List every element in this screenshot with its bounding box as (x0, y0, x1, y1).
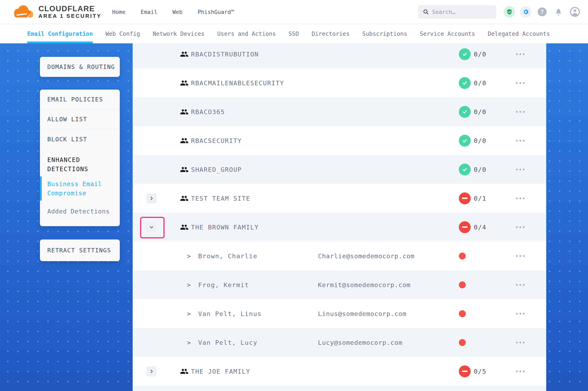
member-count: 0/0 (474, 79, 486, 87)
brand-text: CLOUDFLARE' AREA 1 SECURITY (38, 4, 102, 19)
top-nav-item-home[interactable]: Home (112, 9, 126, 15)
group-name: RBACDISTRUBUTION (191, 51, 259, 58)
expand-button-the-joe-family[interactable] (147, 366, 157, 377)
tab-network-devices[interactable]: Network Devices (153, 24, 205, 43)
user-chevron-icon[interactable]: > (187, 339, 191, 346)
table-row-shared-group: SHARED_GROUP0/0 (133, 155, 546, 184)
status-alert-dot (459, 339, 466, 346)
group-name: SHARED_GROUP (191, 166, 242, 173)
member-count: 0/1 (474, 195, 486, 202)
collapse-button-the-brown-family[interactable] (147, 222, 157, 232)
tab-web-config[interactable]: Web Config (105, 24, 140, 43)
settings-gear-icon[interactable] (520, 6, 532, 18)
group-name: RBACO365 (191, 108, 225, 115)
brand-subtitle: AREA 1 SECURITY (38, 13, 102, 19)
sidebar-item-added-detections[interactable]: Added Detections (40, 202, 120, 220)
row-actions-menu-button[interactable] (516, 342, 525, 343)
row-actions-menu-button[interactable] (516, 313, 525, 314)
row-actions-menu-button[interactable] (516, 370, 525, 372)
notifications-bell-icon[interactable] (553, 6, 564, 18)
row-actions-menu-button[interactable] (516, 111, 525, 113)
user-email: Charlie@somedemocorp.com (318, 252, 415, 260)
user-chevron-icon[interactable]: > (187, 252, 191, 260)
svg-text:?: ? (541, 8, 544, 15)
status-blocked-badge (459, 221, 471, 233)
table-row-rbacmailenablesecurity: RBACMAILENABLESECURITY0/0 (133, 69, 546, 97)
row-actions-menu-button[interactable] (516, 82, 525, 84)
sidebar-item-allow-list[interactable]: ALLOW LIST (40, 109, 120, 129)
expand-button-test-team-site[interactable] (147, 193, 157, 203)
group-icon (180, 223, 189, 231)
tab-delegated-accounts[interactable]: Delegated Accounts (488, 24, 550, 43)
table-row-the-brown-family: THE BROWN FAMILY0/4 (133, 213, 546, 242)
account-avatar-icon[interactable] (569, 6, 581, 18)
domains-routing-label: DOMAINS & ROUTING (47, 63, 115, 70)
tab-email-configuration[interactable]: Email Configuration (27, 24, 93, 43)
group-name: TEST TEAM SITE (191, 195, 250, 202)
top-nav-item-phishguard[interactable]: PhishGuard™ (198, 9, 234, 15)
main-area: DOMAINS & ROUTING EMAIL POLICIESALLOW LI… (0, 43, 588, 391)
row-actions-menu-button[interactable] (516, 53, 525, 55)
table-row-test-team-site: TEST TEAM SITE0/1 (133, 184, 546, 213)
security-status-icon[interactable] (504, 6, 515, 18)
user-name: Van Pelt, Linus (198, 310, 262, 317)
group-name: RBACSECURITY (191, 137, 242, 144)
sidebar-card-retract-settings[interactable]: RETRACT SETTINGS (40, 239, 120, 261)
sidebar-card-domains-routing[interactable]: DOMAINS & ROUTING (40, 57, 120, 77)
group-name: THE JOE FAMILY (191, 368, 250, 375)
table-row-the-joe-family: THE JOE FAMILY0/5 (133, 357, 546, 386)
row-actions-menu-button[interactable] (516, 197, 525, 199)
search-input[interactable] (432, 9, 492, 15)
row-actions-menu-button[interactable] (516, 284, 525, 286)
help-icon[interactable]: ? (536, 6, 548, 18)
top-icon-row: ? (504, 6, 581, 18)
table-row-rbacdistrubution: RBACDISTRUBUTION0/0 (133, 43, 546, 69)
member-count: 0/5 (474, 368, 486, 375)
table-row-brown-charlie: >Brown, CharlieCharlie@somedemocorp.com (133, 242, 546, 270)
group-name: RBACMAILENABLESECURITY (191, 79, 284, 87)
table-row-frog-kermit: >Frog, KermitKermit@somedemocorp.com (133, 270, 546, 299)
user-name: Brown, Charlie (198, 252, 257, 260)
table-row-van-pelt-lucy: >Van Pelt, LucyLucy@somedemocorp.com (133, 328, 546, 357)
row-actions-menu-button[interactable] (516, 169, 525, 170)
area1-dashboard: CLOUDFLARE' AREA 1 SECURITY HomeEmailWeb… (0, 0, 588, 391)
member-count: 0/0 (474, 166, 486, 173)
table-row-van-pelt-linus: >Van Pelt, LinusLinus@somedemocorp.com (133, 299, 546, 328)
group-name: THE BROWN FAMILY (191, 223, 259, 231)
tab-sso[interactable]: SSO (289, 24, 299, 43)
group-icon (180, 136, 189, 145)
row-actions-menu-button[interactable] (516, 140, 525, 141)
retract-settings-label: RETRACT SETTINGS (47, 247, 111, 254)
tab-users-and-actions[interactable]: Users and Actions (217, 24, 276, 43)
status-blocked-badge (459, 365, 471, 377)
search-box[interactable] (418, 5, 496, 18)
cloudflare-cloud-icon (11, 4, 34, 19)
search-icon (423, 9, 429, 15)
top-nav-item-email[interactable]: Email (141, 9, 157, 15)
user-email: Linus@somedemocorp.com (318, 310, 407, 317)
enhanced-detections-header: ENHANCED DETECTIONS (40, 149, 120, 175)
user-name: Van Pelt, Lucy (198, 339, 257, 346)
user-chevron-icon[interactable]: > (187, 310, 191, 317)
sidebar-card-email-policies: EMAIL POLICIESALLOW LISTBLOCK LIST ENHAN… (40, 90, 120, 226)
top-nav-item-web[interactable]: Web (172, 9, 182, 15)
tab-subscriptions[interactable]: Subscriptions (362, 24, 407, 43)
row-actions-menu-button[interactable] (516, 226, 525, 228)
status-alert-dot (459, 310, 466, 317)
member-count: 0/4 (474, 223, 486, 231)
status-check-badge (459, 77, 471, 89)
user-email: Kermit@somedemocorp.com (318, 281, 411, 289)
row-actions-menu-button[interactable] (516, 255, 525, 257)
cloudflare-logo[interactable]: CLOUDFLARE' AREA 1 SECURITY (11, 4, 102, 19)
table-row-rbacsecurity: RBACSECURITY0/0 (133, 126, 546, 155)
status-alert-dot (459, 253, 466, 260)
tab-service-accounts[interactable]: Service Accounts (420, 24, 475, 43)
sidebar-item-email-policies[interactable]: EMAIL POLICIES (40, 90, 120, 109)
user-chevron-icon[interactable]: > (187, 281, 191, 289)
status-alert-dot (459, 281, 466, 288)
sidebar-item-business-email-compromise[interactable]: Business Email Compromise (40, 175, 120, 202)
group-icon (180, 107, 189, 116)
tab-directories[interactable]: Directories (312, 24, 349, 43)
status-check-badge (459, 106, 471, 118)
sidebar-item-block-list[interactable]: BLOCK LIST (40, 129, 120, 149)
